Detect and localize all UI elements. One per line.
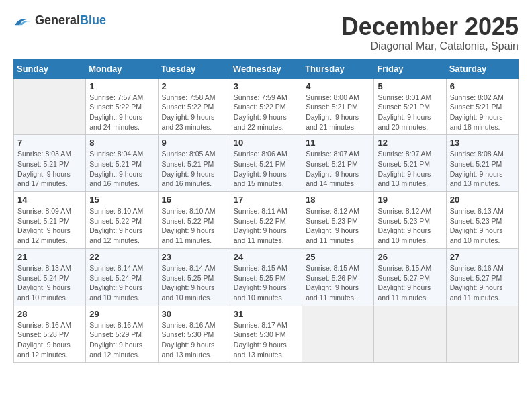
logo: GeneralBlue [13, 13, 106, 28]
weekday-header-monday: Monday [86, 59, 158, 78]
calendar-cell: 18Sunrise: 8:12 AMSunset: 5:23 PMDayligh… [302, 192, 374, 249]
calendar-table: SundayMondayTuesdayWednesdayThursdayFrid… [13, 59, 519, 363]
day-number: 16 [162, 195, 226, 205]
logo-blue: Blue [80, 13, 106, 27]
calendar-cell: 21Sunrise: 8:13 AMSunset: 5:24 PMDayligh… [14, 248, 86, 306]
calendar-cell: 24Sunrise: 8:15 AMSunset: 5:25 PMDayligh… [230, 248, 302, 306]
calendar-cell: 25Sunrise: 8:15 AMSunset: 5:26 PMDayligh… [302, 248, 374, 306]
calendar-week-row: 1Sunrise: 7:57 AMSunset: 5:22 PMDaylight… [14, 78, 519, 135]
day-info: Sunrise: 8:01 AMSunset: 5:21 PMDaylight:… [378, 93, 442, 132]
day-info: Sunrise: 8:16 AMSunset: 5:29 PMDaylight:… [89, 320, 154, 360]
day-info: Sunrise: 8:07 AMSunset: 5:21 PMDaylight:… [306, 149, 370, 189]
day-number: 19 [378, 195, 442, 205]
day-info: Sunrise: 8:16 AMSunset: 5:28 PMDaylight:… [17, 320, 82, 360]
day-number: 25 [306, 252, 370, 262]
day-number: 6 [450, 81, 515, 91]
calendar-cell: 17Sunrise: 8:11 AMSunset: 5:22 PMDayligh… [230, 192, 302, 249]
day-info: Sunrise: 8:11 AMSunset: 5:22 PMDaylight:… [234, 206, 298, 246]
day-number: 21 [17, 252, 82, 262]
calendar-cell: 27Sunrise: 8:16 AMSunset: 5:27 PMDayligh… [446, 248, 518, 306]
day-number: 12 [378, 138, 442, 148]
weekday-header-sunday: Sunday [14, 59, 86, 78]
calendar-cell: 31Sunrise: 8:17 AMSunset: 5:30 PMDayligh… [230, 306, 302, 363]
calendar-week-row: 7Sunrise: 8:03 AMSunset: 5:21 PMDaylight… [14, 135, 519, 192]
day-info: Sunrise: 8:10 AMSunset: 5:22 PMDaylight:… [162, 206, 226, 246]
day-info: Sunrise: 8:09 AMSunset: 5:21 PMDaylight:… [17, 206, 82, 246]
day-number: 18 [306, 195, 370, 205]
calendar-cell: 2Sunrise: 7:58 AMSunset: 5:22 PMDaylight… [158, 78, 230, 135]
calendar-cell: 20Sunrise: 8:13 AMSunset: 5:23 PMDayligh… [446, 192, 518, 249]
day-number: 24 [234, 252, 298, 262]
day-info: Sunrise: 8:14 AMSunset: 5:24 PMDaylight:… [89, 263, 154, 303]
calendar-cell: 10Sunrise: 8:06 AMSunset: 5:21 PMDayligh… [230, 135, 302, 192]
day-number: 15 [89, 195, 154, 205]
day-info: Sunrise: 8:00 AMSunset: 5:21 PMDaylight:… [306, 93, 370, 132]
day-number: 2 [162, 81, 226, 91]
day-number: 22 [89, 252, 154, 262]
calendar-cell: 7Sunrise: 8:03 AMSunset: 5:21 PMDaylight… [14, 135, 86, 192]
day-info: Sunrise: 8:12 AMSunset: 5:23 PMDaylight:… [306, 206, 370, 246]
calendar-cell [14, 78, 86, 135]
calendar-cell: 13Sunrise: 8:08 AMSunset: 5:21 PMDayligh… [446, 135, 518, 192]
calendar-cell: 22Sunrise: 8:14 AMSunset: 5:24 PMDayligh… [86, 248, 158, 306]
day-number: 9 [162, 138, 226, 148]
weekday-header-row: SundayMondayTuesdayWednesdayThursdayFrid… [14, 59, 519, 78]
weekday-header-friday: Friday [374, 59, 446, 78]
day-info: Sunrise: 8:14 AMSunset: 5:25 PMDaylight:… [162, 263, 226, 303]
title-area: December 2025 Diagonal Mar, Catalonia, S… [341, 13, 519, 52]
day-info: Sunrise: 8:07 AMSunset: 5:21 PMDaylight:… [378, 149, 442, 189]
day-number: 3 [234, 81, 298, 91]
day-info: Sunrise: 8:08 AMSunset: 5:21 PMDaylight:… [450, 149, 515, 189]
calendar-week-row: 28Sunrise: 8:16 AMSunset: 5:28 PMDayligh… [14, 306, 519, 363]
day-info: Sunrise: 8:17 AMSunset: 5:30 PMDaylight:… [234, 320, 298, 360]
calendar-cell: 29Sunrise: 8:16 AMSunset: 5:29 PMDayligh… [86, 306, 158, 363]
day-info: Sunrise: 8:16 AMSunset: 5:30 PMDaylight:… [162, 320, 226, 360]
day-info: Sunrise: 8:04 AMSunset: 5:21 PMDaylight:… [89, 149, 154, 189]
calendar-cell [446, 306, 518, 363]
logo-text: GeneralBlue [35, 13, 106, 28]
calendar-cell: 19Sunrise: 8:12 AMSunset: 5:23 PMDayligh… [374, 192, 446, 249]
logo-general: General [35, 13, 80, 27]
calendar-cell: 9Sunrise: 8:05 AMSunset: 5:21 PMDaylight… [158, 135, 230, 192]
calendar-cell: 28Sunrise: 8:16 AMSunset: 5:28 PMDayligh… [14, 306, 86, 363]
logo-bird-icon [13, 14, 32, 28]
weekday-header-wednesday: Wednesday [230, 59, 302, 78]
day-number: 28 [17, 309, 82, 319]
day-info: Sunrise: 8:02 AMSunset: 5:21 PMDaylight:… [450, 93, 515, 132]
calendar-cell [302, 306, 374, 363]
day-number: 29 [89, 309, 154, 319]
day-info: Sunrise: 8:06 AMSunset: 5:21 PMDaylight:… [234, 149, 298, 189]
calendar-cell: 14Sunrise: 8:09 AMSunset: 5:21 PMDayligh… [14, 192, 86, 249]
calendar-cell: 11Sunrise: 8:07 AMSunset: 5:21 PMDayligh… [302, 135, 374, 192]
day-number: 8 [89, 138, 154, 148]
day-number: 4 [306, 81, 370, 91]
calendar-cell [374, 306, 446, 363]
weekday-header-thursday: Thursday [302, 59, 374, 78]
day-number: 14 [17, 195, 82, 205]
day-number: 20 [450, 195, 515, 205]
day-info: Sunrise: 7:57 AMSunset: 5:22 PMDaylight:… [89, 93, 154, 132]
day-number: 7 [17, 138, 82, 148]
day-info: Sunrise: 8:15 AMSunset: 5:25 PMDaylight:… [234, 263, 298, 303]
calendar-cell: 6Sunrise: 8:02 AMSunset: 5:21 PMDaylight… [446, 78, 518, 135]
calendar-cell: 8Sunrise: 8:04 AMSunset: 5:21 PMDaylight… [86, 135, 158, 192]
calendar-cell: 12Sunrise: 8:07 AMSunset: 5:21 PMDayligh… [374, 135, 446, 192]
calendar-cell: 5Sunrise: 8:01 AMSunset: 5:21 PMDaylight… [374, 78, 446, 135]
day-number: 10 [234, 138, 298, 148]
day-number: 30 [162, 309, 226, 319]
day-info: Sunrise: 7:59 AMSunset: 5:22 PMDaylight:… [234, 93, 298, 132]
day-number: 27 [450, 252, 515, 262]
calendar-cell: 23Sunrise: 8:14 AMSunset: 5:25 PMDayligh… [158, 248, 230, 306]
day-number: 5 [378, 81, 442, 91]
day-info: Sunrise: 8:05 AMSunset: 5:21 PMDaylight:… [162, 149, 226, 189]
location-title: Diagonal Mar, Catalonia, Spain [341, 40, 519, 52]
day-info: Sunrise: 8:03 AMSunset: 5:21 PMDaylight:… [17, 149, 82, 189]
day-info: Sunrise: 7:58 AMSunset: 5:22 PMDaylight:… [162, 93, 226, 132]
weekday-header-tuesday: Tuesday [158, 59, 230, 78]
calendar-week-row: 14Sunrise: 8:09 AMSunset: 5:21 PMDayligh… [14, 192, 519, 249]
calendar-cell: 4Sunrise: 8:00 AMSunset: 5:21 PMDaylight… [302, 78, 374, 135]
day-info: Sunrise: 8:15 AMSunset: 5:27 PMDaylight:… [378, 263, 442, 303]
day-number: 13 [450, 138, 515, 148]
calendar-cell: 16Sunrise: 8:10 AMSunset: 5:22 PMDayligh… [158, 192, 230, 249]
month-title: December 2025 [341, 13, 519, 40]
